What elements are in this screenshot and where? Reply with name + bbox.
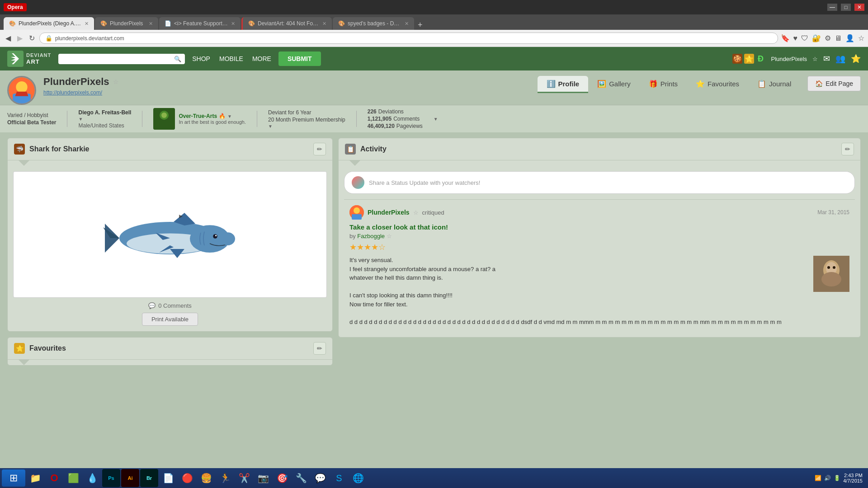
da-search-box[interactable]: 🔍 xyxy=(58,54,185,64)
print-available-button[interactable]: Print Available xyxy=(142,313,198,326)
taskbar-right: 📶 🔊 🔋 2:43 PM 4/7/2015 xyxy=(815,473,866,483)
meta-divider-4 xyxy=(356,111,357,127)
search-icon[interactable]: 🔍 xyxy=(174,56,181,62)
shark-edit-button[interactable]: ✏ xyxy=(313,143,326,155)
tab-profile[interactable]: ℹ️ Profile xyxy=(538,76,589,93)
taskbar-skype[interactable]: S xyxy=(330,469,348,487)
tab-favourites-icon: ⭐ xyxy=(696,80,705,88)
dropdown-arrow-1[interactable]: ▼ xyxy=(78,117,131,122)
da-search-input[interactable] xyxy=(62,56,171,62)
shield-icon[interactable]: 🛡 xyxy=(801,34,808,42)
user-icon[interactable]: 👤 xyxy=(845,34,854,42)
tab-favourites[interactable]: ⭐ Favourites xyxy=(687,76,748,93)
submit-button[interactable]: SUBMIT xyxy=(278,52,321,66)
tab-close-5[interactable]: ✕ xyxy=(405,21,409,27)
activity-user-star[interactable]: ☆ xyxy=(413,209,419,216)
shop-link[interactable]: SHOP xyxy=(192,55,210,62)
vpn-icon[interactable]: 🔐 xyxy=(812,34,821,42)
title-bar: Opera — □ ✕ xyxy=(0,0,868,14)
activity-content: It's very sensual. I feel strangely unco… xyxy=(349,256,849,326)
da-logo[interactable]: DEVIANT ART xyxy=(7,51,51,67)
taskbar-app9[interactable]: 🍔 xyxy=(197,469,215,487)
taskbar-file-explorer[interactable]: 📁 xyxy=(26,469,44,487)
refresh-button[interactable]: ↻ xyxy=(27,33,37,43)
minimize-button[interactable]: — xyxy=(827,4,837,11)
header-star-icon[interactable]: ☆ xyxy=(812,56,818,62)
profile-url[interactable]: http://plunderpixels.com/ xyxy=(43,89,523,96)
activity-edit-button[interactable]: ✏ xyxy=(841,143,854,155)
star-icon[interactable]: ☆ xyxy=(858,34,864,42)
taskbar-app11[interactable]: ✂️ xyxy=(235,469,253,487)
by-user-star[interactable]: ☆ xyxy=(387,233,392,239)
art-comments-row: 💬 0 Comments xyxy=(13,302,327,309)
tab-favicon-5: 🎨 xyxy=(338,20,345,27)
new-tab-button[interactable]: + xyxy=(415,20,425,30)
screen-icon[interactable]: 🖥 xyxy=(835,34,842,42)
status-update-bar[interactable]: Share a Status Update with your watchers… xyxy=(344,171,855,194)
tab-close-2[interactable]: ✕ xyxy=(149,21,153,27)
taskbar-app8[interactable]: 🔴 xyxy=(178,469,196,487)
taskbar-app10[interactable]: 🏃 xyxy=(216,469,234,487)
forward-button[interactable]: ▶ xyxy=(15,33,24,43)
mobile-link[interactable]: MOBILE xyxy=(219,55,243,62)
main-content: 🦈 Shark for Sharkie ✏ xyxy=(0,132,868,404)
back-button[interactable]: ◀ xyxy=(4,33,13,43)
tab-plunderpixels-active[interactable]: 🎨 PlunderPixels (Diego A. Fre... ✕ xyxy=(4,17,94,30)
more-link[interactable]: MORE xyxy=(252,55,271,62)
taskbar-app7[interactable]: 📄 xyxy=(159,469,177,487)
settings-icon[interactable]: ⚙ xyxy=(825,34,831,42)
edit-page-button[interactable]: 🏠 Edit Page xyxy=(807,76,861,91)
favourites-edit-button[interactable]: ✏ xyxy=(313,342,326,355)
profile-favorite-star[interactable]: ☆ xyxy=(113,78,119,85)
tab-gallery[interactable]: 🖼️ Gallery xyxy=(588,76,640,93)
tab-feature[interactable]: 📄 <i> Feature Support & Polyfill... ✕ xyxy=(159,17,241,30)
logged-in-user[interactable]: PlunderPixels xyxy=(771,56,807,62)
dropdown-arrow-stats[interactable]: ▼ xyxy=(434,117,438,122)
tab-close-3[interactable]: ✕ xyxy=(231,21,235,27)
activity-user-link[interactable]: PlunderPixels xyxy=(368,209,410,216)
dropdown-arrow-3[interactable]: ▼ xyxy=(268,124,345,129)
taskbar-bridge[interactable]: Br xyxy=(140,469,158,487)
taskbar-app12[interactable]: 📷 xyxy=(254,469,272,487)
taskbar-opera[interactable]: O xyxy=(45,469,63,487)
taskbar-illustrator[interactable]: Ai xyxy=(121,469,139,487)
badge-icons: 🍪 ⭐ Ð xyxy=(732,54,766,64)
activity-widget-header: 📋 Activity ✏ xyxy=(339,138,860,160)
heart-icon[interactable]: ♥ xyxy=(793,34,798,42)
notifications-icon[interactable]: ⭐ xyxy=(851,54,861,64)
meta-name[interactable]: Diego A. Freitas-Bell xyxy=(78,109,131,116)
tab-profile-icon: ℹ️ xyxy=(547,80,556,88)
tab-favicon-4: 🎨 xyxy=(248,20,255,27)
taskbar-app15[interactable]: 💬 xyxy=(311,469,329,487)
activity-title[interactable]: Take a closer look at that icon! xyxy=(349,223,849,231)
taskbar-app14[interactable]: 🔧 xyxy=(292,469,310,487)
activity-thumbnail[interactable] xyxy=(813,256,849,292)
taskbar-minecraft[interactable]: 🟩 xyxy=(64,469,82,487)
tab-404[interactable]: 🎨 DeviantArt: 404 Not Found ✕ xyxy=(241,17,332,30)
title-bar-left: Opera xyxy=(4,3,27,11)
tab-label-3: <i> Feature Support & Polyfill... xyxy=(174,20,228,27)
address-bar[interactable]: 🔒 plunderpixels.deviantart.com xyxy=(39,33,778,44)
close-button[interactable]: ✕ xyxy=(854,4,864,11)
tab-plunderpixels-2[interactable]: 🎨 PlunderPixels ✕ xyxy=(95,17,158,30)
taskbar-steam[interactable]: 💧 xyxy=(83,469,101,487)
tab-prints[interactable]: 🎁 Prints xyxy=(640,76,687,93)
favourites-widget-title: Favourites xyxy=(29,344,309,352)
activity-by-user-link[interactable]: Fazboggle xyxy=(357,233,385,239)
taskbar-app13[interactable]: 🎯 xyxy=(273,469,291,487)
profile-avatar xyxy=(7,76,36,105)
tab-close-1[interactable]: ✕ xyxy=(85,21,89,27)
meta-group-name[interactable]: Over-True-Arts xyxy=(179,113,217,119)
dropdown-arrow-2[interactable]: ▼ xyxy=(227,114,232,119)
bookmark-icon[interactable]: 🔖 xyxy=(781,34,790,42)
tab-close-4[interactable]: ✕ xyxy=(322,21,326,27)
maximize-button[interactable]: □ xyxy=(841,4,851,11)
opera-menu-button[interactable]: Opera xyxy=(4,3,27,11)
taskbar-app16[interactable]: 🌐 xyxy=(349,469,367,487)
start-button[interactable]: ⊞ xyxy=(2,469,25,487)
friends-icon[interactable]: 👥 xyxy=(835,54,845,64)
messages-icon[interactable]: ✉ xyxy=(823,54,830,64)
tab-badges[interactable]: 🎨 spyed's badges - Deviant... ✕ xyxy=(333,17,414,30)
tab-journal[interactable]: 📋 Journal xyxy=(748,76,800,93)
taskbar-photoshop[interactable]: Ps xyxy=(102,469,120,487)
